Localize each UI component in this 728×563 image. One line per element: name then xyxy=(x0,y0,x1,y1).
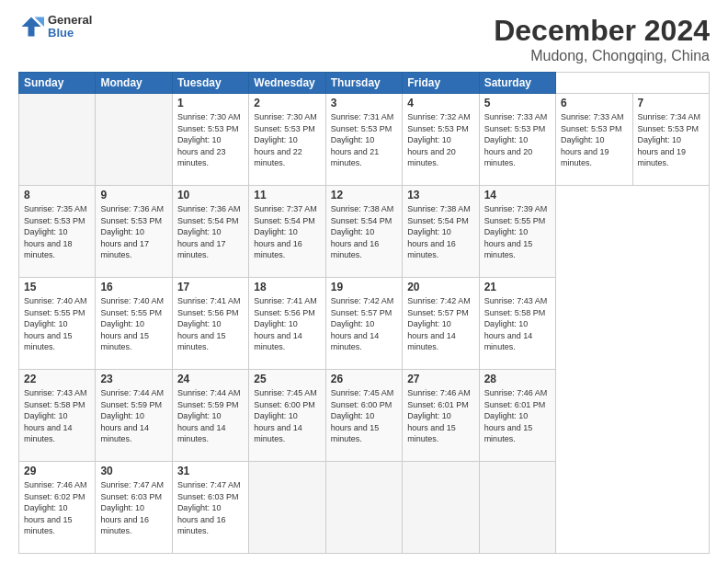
day-info: Sunrise: 7:36 AM Sunset: 5:54 PM Dayligh… xyxy=(177,203,244,261)
day-number: 31 xyxy=(177,465,244,477)
day-info: Sunrise: 7:41 AM Sunset: 5:56 PM Dayligh… xyxy=(177,295,244,353)
day-number: 2 xyxy=(254,97,320,109)
day-info: Sunrise: 7:33 AM Sunset: 5:53 PM Dayligh… xyxy=(561,111,627,169)
calendar-cell xyxy=(96,94,172,186)
calendar-cell: 18Sunrise: 7:41 AM Sunset: 5:56 PM Dayli… xyxy=(249,278,325,370)
calendar-cell: 29Sunrise: 7:46 AM Sunset: 6:02 PM Dayli… xyxy=(19,462,96,554)
calendar-cell: 11Sunrise: 7:37 AM Sunset: 5:54 PM Dayli… xyxy=(249,186,325,278)
calendar-cell xyxy=(403,462,479,554)
day-info: Sunrise: 7:44 AM Sunset: 5:59 PM Dayligh… xyxy=(177,387,244,445)
weekday-header-friday: Friday xyxy=(403,73,479,94)
calendar-week-3: 15Sunrise: 7:40 AM Sunset: 5:55 PM Dayli… xyxy=(19,278,710,370)
title-block: December 2024 Mudong, Chongqing, China xyxy=(494,14,710,64)
day-number: 28 xyxy=(484,373,551,385)
day-info: Sunrise: 7:30 AM Sunset: 5:53 PM Dayligh… xyxy=(177,111,244,169)
weekday-header-tuesday: Tuesday xyxy=(172,73,248,94)
calendar-cell: 7Sunrise: 7:34 AM Sunset: 5:53 PM Daylig… xyxy=(632,94,710,186)
day-info: Sunrise: 7:46 AM Sunset: 6:01 PM Dayligh… xyxy=(407,387,473,445)
calendar-cell: 4Sunrise: 7:32 AM Sunset: 5:53 PM Daylig… xyxy=(403,94,479,186)
calendar-cell: 5Sunrise: 7:33 AM Sunset: 5:53 PM Daylig… xyxy=(479,94,555,186)
month-title: December 2024 xyxy=(494,14,710,48)
calendar-table: SundayMondayTuesdayWednesdayThursdayFrid… xyxy=(18,72,710,554)
day-number: 8 xyxy=(24,189,90,201)
calendar-cell: 25Sunrise: 7:45 AM Sunset: 6:00 PM Dayli… xyxy=(249,370,325,462)
day-number: 30 xyxy=(100,465,166,477)
calendar-cell: 23Sunrise: 7:44 AM Sunset: 5:59 PM Dayli… xyxy=(96,370,172,462)
calendar-cell: 12Sunrise: 7:38 AM Sunset: 5:54 PM Dayli… xyxy=(325,186,402,278)
day-info: Sunrise: 7:30 AM Sunset: 5:53 PM Dayligh… xyxy=(254,111,320,169)
calendar-cell xyxy=(19,94,96,186)
day-number: 27 xyxy=(407,373,473,385)
calendar-week-5: 29Sunrise: 7:46 AM Sunset: 6:02 PM Dayli… xyxy=(19,462,710,554)
day-info: Sunrise: 7:36 AM Sunset: 5:53 PM Dayligh… xyxy=(100,203,166,261)
logo-blue-text: Blue xyxy=(48,27,92,40)
day-info: Sunrise: 7:40 AM Sunset: 5:55 PM Dayligh… xyxy=(100,295,166,353)
calendar-cell: 10Sunrise: 7:36 AM Sunset: 5:54 PM Dayli… xyxy=(172,186,248,278)
day-number: 21 xyxy=(484,281,551,293)
day-info: Sunrise: 7:43 AM Sunset: 5:58 PM Dayligh… xyxy=(484,295,551,353)
calendar-cell xyxy=(325,462,402,554)
calendar-cell: 24Sunrise: 7:44 AM Sunset: 5:59 PM Dayli… xyxy=(172,370,248,462)
calendar-cell: 31Sunrise: 7:47 AM Sunset: 6:03 PM Dayli… xyxy=(172,462,248,554)
day-number: 25 xyxy=(254,373,320,385)
day-number: 3 xyxy=(331,97,397,109)
day-info: Sunrise: 7:45 AM Sunset: 6:00 PM Dayligh… xyxy=(331,387,397,445)
day-number: 19 xyxy=(331,281,397,293)
calendar-cell: 21Sunrise: 7:43 AM Sunset: 5:58 PM Dayli… xyxy=(479,278,555,370)
day-info: Sunrise: 7:33 AM Sunset: 5:53 PM Dayligh… xyxy=(484,111,551,169)
day-number: 7 xyxy=(638,97,705,109)
day-info: Sunrise: 7:46 AM Sunset: 6:01 PM Dayligh… xyxy=(484,387,551,445)
day-info: Sunrise: 7:45 AM Sunset: 6:00 PM Dayligh… xyxy=(254,387,320,445)
logo-general-text: General xyxy=(48,14,92,27)
day-info: Sunrise: 7:46 AM Sunset: 6:02 PM Dayligh… xyxy=(24,479,90,537)
day-number: 18 xyxy=(254,281,320,293)
weekday-header-wednesday: Wednesday xyxy=(249,73,325,94)
logo-text: General Blue xyxy=(48,14,92,40)
day-info: Sunrise: 7:47 AM Sunset: 6:03 PM Dayligh… xyxy=(177,479,244,537)
day-number: 29 xyxy=(24,465,90,477)
logo: General Blue xyxy=(18,14,92,40)
day-number: 1 xyxy=(177,97,244,109)
calendar-cell: 14Sunrise: 7:39 AM Sunset: 5:55 PM Dayli… xyxy=(479,186,555,278)
day-number: 11 xyxy=(254,189,320,201)
calendar-cell: 27Sunrise: 7:46 AM Sunset: 6:01 PM Dayli… xyxy=(403,370,479,462)
day-number: 13 xyxy=(407,189,473,201)
day-number: 24 xyxy=(177,373,244,385)
day-number: 23 xyxy=(100,373,166,385)
day-number: 10 xyxy=(177,189,244,201)
weekday-header-saturday: Saturday xyxy=(479,73,555,94)
calendar-cell: 17Sunrise: 7:41 AM Sunset: 5:56 PM Dayli… xyxy=(172,278,248,370)
weekday-header-monday: Monday xyxy=(96,73,172,94)
day-info: Sunrise: 7:42 AM Sunset: 5:57 PM Dayligh… xyxy=(331,295,397,353)
day-number: 9 xyxy=(100,189,166,201)
day-info: Sunrise: 7:32 AM Sunset: 5:53 PM Dayligh… xyxy=(407,111,473,169)
calendar-cell: 3Sunrise: 7:31 AM Sunset: 5:53 PM Daylig… xyxy=(325,94,402,186)
day-info: Sunrise: 7:43 AM Sunset: 5:58 PM Dayligh… xyxy=(24,387,90,445)
day-number: 6 xyxy=(561,97,627,109)
calendar-cell: 28Sunrise: 7:46 AM Sunset: 6:01 PM Dayli… xyxy=(479,370,555,462)
page: General Blue December 2024 Mudong, Chong… xyxy=(0,0,728,563)
day-number: 5 xyxy=(484,97,551,109)
calendar-cell: 9Sunrise: 7:36 AM Sunset: 5:53 PM Daylig… xyxy=(96,186,172,278)
day-info: Sunrise: 7:31 AM Sunset: 5:53 PM Dayligh… xyxy=(331,111,397,169)
calendar-cell: 6Sunrise: 7:33 AM Sunset: 5:53 PM Daylig… xyxy=(556,94,632,186)
calendar-cell: 1Sunrise: 7:30 AM Sunset: 5:53 PM Daylig… xyxy=(172,94,248,186)
day-number: 4 xyxy=(407,97,473,109)
calendar-cell: 26Sunrise: 7:45 AM Sunset: 6:00 PM Dayli… xyxy=(325,370,402,462)
calendar-cell: 22Sunrise: 7:43 AM Sunset: 5:58 PM Dayli… xyxy=(19,370,96,462)
calendar-week-1: 1Sunrise: 7:30 AM Sunset: 5:53 PM Daylig… xyxy=(19,94,710,186)
day-info: Sunrise: 7:37 AM Sunset: 5:54 PM Dayligh… xyxy=(254,203,320,261)
location-title: Mudong, Chongqing, China xyxy=(494,48,710,64)
logo-icon xyxy=(18,14,44,40)
weekday-header-row: SundayMondayTuesdayWednesdayThursdayFrid… xyxy=(19,73,710,94)
calendar-cell: 16Sunrise: 7:40 AM Sunset: 5:55 PM Dayli… xyxy=(96,278,172,370)
weekday-header-thursday: Thursday xyxy=(325,73,402,94)
day-info: Sunrise: 7:44 AM Sunset: 5:59 PM Dayligh… xyxy=(100,387,166,445)
header: General Blue December 2024 Mudong, Chong… xyxy=(18,14,710,64)
day-info: Sunrise: 7:42 AM Sunset: 5:57 PM Dayligh… xyxy=(407,295,473,353)
day-number: 17 xyxy=(177,281,244,293)
calendar-cell: 8Sunrise: 7:35 AM Sunset: 5:53 PM Daylig… xyxy=(19,186,96,278)
day-info: Sunrise: 7:35 AM Sunset: 5:53 PM Dayligh… xyxy=(24,203,90,261)
day-number: 22 xyxy=(24,373,90,385)
calendar-week-2: 8Sunrise: 7:35 AM Sunset: 5:53 PM Daylig… xyxy=(19,186,710,278)
